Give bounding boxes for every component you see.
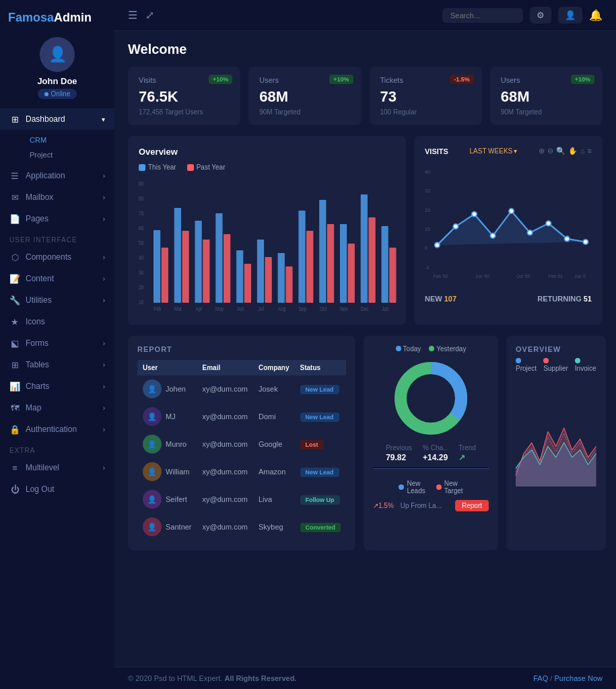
- stat-card-users1: Users +10% 68M 90M Targeted: [248, 67, 361, 125]
- cell-company: Amazon: [253, 458, 295, 486]
- online-dot: [44, 92, 48, 96]
- svg-text:10: 10: [139, 299, 144, 305]
- user-avatar: 👤: [143, 462, 162, 481]
- bell-icon[interactable]: 🔔: [589, 9, 603, 22]
- cell-email: xy@dum.com: [197, 403, 253, 431]
- dashboard-submenu: CRM Project: [0, 130, 114, 165]
- visits-period-selector[interactable]: LAST WEEKS ▾: [470, 147, 518, 155]
- stat-card-users2: Users +10% 68M 90M Targeted: [490, 67, 603, 125]
- sidebar-item-tables[interactable]: ⊞ Tables ›: [0, 354, 114, 375]
- report-table: User Email Company Status 👤 Johen xy@dum…: [137, 360, 346, 541]
- sidebar-item-pages[interactable]: 📄 Pages ›: [0, 208, 114, 229]
- hamburger-icon[interactable]: ☰: [128, 9, 137, 22]
- table-row: 👤 Seifert xy@dum.com Liva Follow Up: [137, 486, 346, 513]
- purchase-link[interactable]: Purchase Now: [554, 674, 603, 682]
- svg-text:23: 23: [425, 207, 430, 213]
- stat-previous: Previous 79.82: [386, 444, 412, 462]
- sidebar-item-charts[interactable]: 📊 Charts ›: [0, 375, 114, 397]
- map-icon: 🗺: [9, 402, 20, 413]
- report-button[interactable]: Report: [455, 500, 489, 511]
- cell-company: Liva: [253, 486, 295, 513]
- svg-point-72: [527, 230, 532, 235]
- table-row: 👤 Santner xy@dum.com Skybeg Converted: [137, 513, 346, 541]
- svg-rect-31: [285, 266, 292, 303]
- sidebar-item-utilities[interactable]: 🔧 Utilities ›: [0, 289, 114, 311]
- cell-email: xy@dum.com: [197, 513, 253, 541]
- zoom-in-icon[interactable]: ⊖: [547, 147, 553, 155]
- faq-link[interactable]: FAQ: [533, 674, 548, 682]
- tables-icon: ⊞: [9, 359, 20, 370]
- sidebar-item-logout[interactable]: ⏻ Log Out: [0, 478, 114, 500]
- svg-text:Dec: Dec: [361, 305, 369, 312]
- user-avatar: 👤: [143, 435, 162, 454]
- visits-chart-title: VISITS: [425, 147, 448, 155]
- sidebar-item-multilevel[interactable]: ≡ Multilevel ›: [0, 457, 114, 478]
- components-icon: ⬡: [9, 252, 20, 262]
- ui-section-label: User Interface: [0, 229, 114, 246]
- visits-returning: RETURNING 51: [537, 295, 592, 303]
- overview-mini-legend: Project Supplier Invoice: [516, 357, 596, 372]
- overview-chart-card: Overview This Year Past Year 90 80 70: [128, 136, 406, 325]
- svg-text:Feb '00: Feb '00: [434, 274, 448, 279]
- search-chart-icon[interactable]: 🔍: [556, 147, 566, 155]
- sidebar-item-authentication[interactable]: 🔒 Authentication ›: [0, 419, 114, 440]
- legend-past-year: Past Year: [187, 164, 226, 171]
- new-target-dot: [436, 484, 442, 490]
- cell-user: 👤 Santner: [137, 513, 197, 541]
- search-input[interactable]: [442, 8, 523, 23]
- stat-value: 68M: [259, 88, 350, 106]
- table-row: 👤 MJ xy@dum.com Domi New Lead: [137, 403, 346, 431]
- svg-point-74: [565, 236, 570, 241]
- sidebar-item-forms[interactable]: ⬕ Forms ›: [0, 332, 114, 354]
- cell-email: xy@dum.com: [197, 431, 253, 458]
- zoom-reset-icon[interactable]: ⊕: [539, 147, 545, 155]
- sidebar-item-mailbox[interactable]: ✉ Mailbox ›: [0, 186, 114, 208]
- svg-text:Sep: Sep: [298, 305, 306, 312]
- settings-button[interactable]: ⚙: [530, 7, 551, 24]
- sidebar-logo: FamosaAdmin: [0, 0, 114, 30]
- extra-section-label: EXTRA: [0, 440, 114, 457]
- cell-user: 👤 Munro: [137, 431, 197, 458]
- svg-rect-32: [298, 211, 305, 303]
- donut-card: Today Yesterday Previous 79.82 % Cha.. +…: [364, 336, 498, 550]
- brand-prefix: Famosa: [8, 11, 54, 24]
- user-button[interactable]: 👤: [558, 7, 582, 24]
- col-company: Company: [253, 360, 295, 375]
- sidebar-item-map[interactable]: 🗺 Map ›: [0, 397, 114, 419]
- project-dot: [516, 358, 521, 363]
- sidebar-item-dashboard[interactable]: ⊞ Dashboard ▾: [0, 108, 114, 130]
- svg-rect-39: [368, 217, 375, 303]
- status-badge: New Lead: [300, 468, 339, 477]
- table-row: 👤 Johen xy@dum.com Josek New Lead: [137, 375, 346, 403]
- svg-rect-18: [153, 230, 160, 303]
- pan-icon[interactable]: ✋: [568, 147, 578, 155]
- footer-copyright: © 2020 Psd to HTML Expert. All Rights Re…: [128, 674, 296, 682]
- pct-change-row: ↗1.5% Up From La... Report: [373, 500, 489, 511]
- overview-mini-card: OVERVIEW Project Supplier Invoice: [506, 336, 606, 550]
- utilities-icon: 🔧: [9, 295, 20, 305]
- invoice-dot: [575, 358, 580, 363]
- cell-status: Converted: [295, 513, 347, 541]
- user-avatar: 👤: [143, 490, 162, 509]
- svg-point-67: [435, 242, 440, 247]
- col-email: Email: [197, 360, 253, 375]
- svg-rect-25: [224, 234, 230, 303]
- dashboard-icon: ⊞: [9, 114, 20, 124]
- sidebar-item-content[interactable]: 📝 Content ›: [0, 268, 114, 289]
- pages-icon: 📄: [9, 213, 20, 224]
- home-icon[interactable]: ⌂: [580, 147, 585, 155]
- svg-rect-36: [340, 224, 347, 303]
- sidebar-item-components[interactable]: ⬡ Components ›: [0, 246, 114, 268]
- col-status: Status: [295, 360, 347, 375]
- sidebar-item-crm[interactable]: CRM: [24, 133, 114, 147]
- main-content: ☰ ⤢ ⚙ 👤 🔔 Welcome Visits +10% 76.5K 172,…: [114, 0, 616, 689]
- sidebar-item-application[interactable]: ☰ Application ›: [0, 165, 114, 186]
- legend-dot-blue: [139, 164, 145, 171]
- sidebar-item-project[interactable]: Project: [24, 147, 114, 162]
- menu-icon[interactable]: ≡: [588, 147, 592, 155]
- svg-text:40: 40: [139, 254, 144, 261]
- sidebar: FamosaAdmin 👤 John Doe Online ⊞ Dashboar…: [0, 0, 114, 689]
- expand-icon[interactable]: ⤢: [145, 9, 154, 22]
- sidebar-item-icons[interactable]: ★ Icons: [0, 311, 114, 332]
- cell-email: xy@dum.com: [197, 458, 253, 486]
